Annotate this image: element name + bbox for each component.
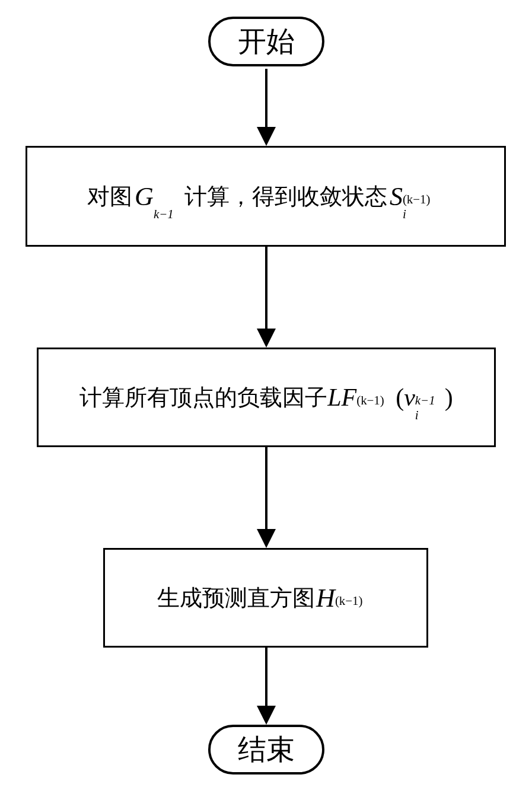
superscript-k-1-c: k−1 <box>415 393 435 408</box>
step3-text-1: 生成预测直方图 <box>157 583 315 613</box>
step2-content: 计算所有顶点的负载因子 LF (k−1) ( v i k−1 ) <box>79 383 453 413</box>
symbol-LF: LF <box>327 383 356 412</box>
svg-marker-5 <box>257 529 276 548</box>
subscript-i-2: i <box>415 408 419 423</box>
start-terminator: 开始 <box>208 17 324 66</box>
superscript-k-1-d: (k−1) <box>335 594 363 608</box>
step1-text-2: 计算，得到收敛状态 <box>184 181 387 212</box>
end-label: 结束 <box>238 735 295 764</box>
arrow-3 <box>252 447 281 548</box>
subscript-k-1-a: k−1 <box>154 207 174 222</box>
symbol-G: G <box>135 181 154 212</box>
symbol-v: v <box>404 383 415 412</box>
arrow-4 <box>252 648 281 725</box>
step1-content: 对图 G k−1 计算，得到收敛状态 S i (k−1) <box>87 181 444 212</box>
step1-text-1: 对图 <box>87 181 132 212</box>
end-terminator: 结束 <box>208 725 324 774</box>
arrow-1 <box>252 69 281 146</box>
start-label: 开始 <box>238 27 295 56</box>
paren-open: ( <box>396 383 404 412</box>
step3-content: 生成预测直方图 H (k−1) <box>157 583 374 613</box>
process-step-2: 计算所有顶点的负载因子 LF (k−1) ( v i k−1 ) <box>37 348 496 447</box>
arrow-2 <box>252 247 281 348</box>
symbol-S: S <box>390 181 403 212</box>
symbol-H: H <box>316 583 335 613</box>
svg-marker-3 <box>257 329 276 348</box>
svg-marker-1 <box>257 127 276 146</box>
process-step-3: 生成预测直方图 H (k−1) <box>103 548 428 648</box>
superscript-k-1-a: (k−1) <box>403 192 431 207</box>
paren-close: ) <box>445 383 453 412</box>
step2-text-1: 计算所有顶点的负载因子 <box>79 383 327 413</box>
superscript-k-1-b: (k−1) <box>356 393 384 408</box>
flowchart-canvas: 开始 对图 G k−1 计算，得到收敛状态 S i (k−1) <box>0 0 532 800</box>
subscript-i-1: i <box>403 207 406 222</box>
process-step-1: 对图 G k−1 计算，得到收敛状态 S i (k−1) <box>26 146 506 247</box>
svg-marker-7 <box>257 706 276 725</box>
